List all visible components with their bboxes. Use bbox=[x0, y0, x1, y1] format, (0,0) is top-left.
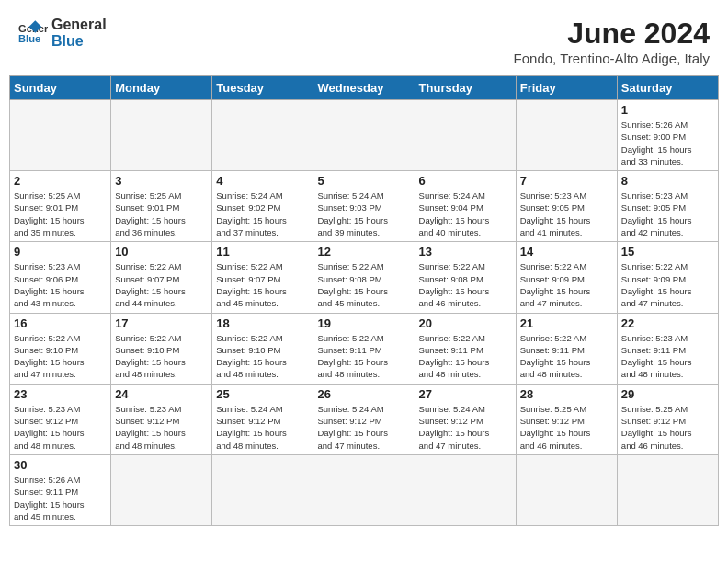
day-number: 5 bbox=[317, 174, 410, 188]
day-info: Sunrise: 5:22 AM Sunset: 9:11 PM Dayligh… bbox=[317, 332, 410, 381]
day-info: Sunrise: 5:24 AM Sunset: 9:04 PM Dayligh… bbox=[419, 190, 512, 238]
day-info: Sunrise: 5:24 AM Sunset: 9:12 PM Dayligh… bbox=[216, 403, 309, 452]
day-info: Sunrise: 5:22 AM Sunset: 9:09 PM Dayligh… bbox=[621, 260, 714, 309]
calendar-week-row: 30Sunrise: 5:26 AM Sunset: 9:11 PM Dayli… bbox=[10, 454, 719, 525]
day-info: Sunrise: 5:25 AM Sunset: 9:01 PM Dayligh… bbox=[115, 190, 208, 238]
logo-general-text: General bbox=[51, 17, 107, 33]
day-number: 2 bbox=[14, 174, 107, 188]
calendar-cell bbox=[516, 454, 617, 525]
day-info: Sunrise: 5:23 AM Sunset: 9:12 PM Dayligh… bbox=[14, 403, 107, 452]
calendar-cell: 9Sunrise: 5:23 AM Sunset: 9:06 PM Daylig… bbox=[10, 242, 111, 313]
day-info: Sunrise: 5:22 AM Sunset: 9:11 PM Dayligh… bbox=[520, 332, 613, 381]
calendar-cell: 16Sunrise: 5:22 AM Sunset: 9:10 PM Dayli… bbox=[10, 313, 111, 384]
header: General Blue General Blue June 2024 Fond… bbox=[9, 9, 719, 72]
day-number: 13 bbox=[419, 245, 512, 259]
calendar-cell: 10Sunrise: 5:22 AM Sunset: 9:07 PM Dayli… bbox=[111, 242, 212, 313]
day-number: 4 bbox=[216, 174, 309, 188]
logo-blue-text: Blue bbox=[51, 33, 107, 50]
calendar-cell: 29Sunrise: 5:25 AM Sunset: 9:12 PM Dayli… bbox=[617, 384, 718, 454]
day-info: Sunrise: 5:23 AM Sunset: 9:06 PM Dayligh… bbox=[14, 260, 107, 309]
calendar-table: SundayMondayTuesdayWednesdayThursdayFrid… bbox=[9, 75, 719, 526]
day-number: 26 bbox=[317, 387, 410, 401]
day-number: 1 bbox=[621, 103, 714, 117]
day-number: 30 bbox=[14, 458, 107, 472]
day-number: 8 bbox=[621, 174, 714, 188]
day-info: Sunrise: 5:22 AM Sunset: 9:08 PM Dayligh… bbox=[317, 260, 410, 309]
day-number: 18 bbox=[216, 316, 309, 330]
calendar-cell: 7Sunrise: 5:23 AM Sunset: 9:05 PM Daylig… bbox=[516, 171, 617, 242]
day-info: Sunrise: 5:24 AM Sunset: 9:12 PM Dayligh… bbox=[317, 403, 410, 452]
calendar-cell: 19Sunrise: 5:22 AM Sunset: 9:11 PM Dayli… bbox=[313, 313, 415, 384]
day-number: 21 bbox=[520, 316, 613, 330]
calendar-cell: 24Sunrise: 5:23 AM Sunset: 9:12 PM Dayli… bbox=[111, 384, 212, 454]
calendar-cell: 1Sunrise: 5:26 AM Sunset: 9:00 PM Daylig… bbox=[617, 100, 718, 171]
day-info: Sunrise: 5:22 AM Sunset: 9:11 PM Dayligh… bbox=[419, 332, 512, 381]
weekday-header-tuesday: Tuesday bbox=[212, 76, 313, 100]
calendar-cell bbox=[212, 100, 313, 171]
day-number: 29 bbox=[621, 387, 714, 401]
weekday-header-monday: Monday bbox=[111, 76, 212, 100]
day-number: 23 bbox=[14, 387, 107, 401]
day-info: Sunrise: 5:26 AM Sunset: 9:11 PM Dayligh… bbox=[14, 474, 107, 523]
calendar-cell: 3Sunrise: 5:25 AM Sunset: 9:01 PM Daylig… bbox=[111, 171, 212, 242]
calendar-cell: 14Sunrise: 5:22 AM Sunset: 9:09 PM Dayli… bbox=[516, 242, 617, 313]
day-info: Sunrise: 5:24 AM Sunset: 9:03 PM Dayligh… bbox=[317, 190, 410, 238]
day-number: 17 bbox=[115, 316, 208, 330]
day-number: 6 bbox=[419, 174, 512, 188]
day-info: Sunrise: 5:25 AM Sunset: 9:12 PM Dayligh… bbox=[621, 403, 714, 452]
calendar-cell: 21Sunrise: 5:22 AM Sunset: 9:11 PM Dayli… bbox=[516, 313, 617, 384]
day-info: Sunrise: 5:25 AM Sunset: 9:12 PM Dayligh… bbox=[520, 403, 613, 452]
day-number: 3 bbox=[115, 174, 208, 188]
title-area: June 2024 Fondo, Trentino-Alto Adige, It… bbox=[514, 17, 710, 66]
day-number: 16 bbox=[14, 316, 107, 330]
calendar-cell: 15Sunrise: 5:22 AM Sunset: 9:09 PM Dayli… bbox=[617, 242, 718, 313]
day-info: Sunrise: 5:23 AM Sunset: 9:05 PM Dayligh… bbox=[621, 190, 714, 238]
calendar-cell: 17Sunrise: 5:22 AM Sunset: 9:10 PM Dayli… bbox=[111, 313, 212, 384]
calendar-cell: 18Sunrise: 5:22 AM Sunset: 9:10 PM Dayli… bbox=[212, 313, 313, 384]
calendar-cell bbox=[111, 100, 212, 171]
calendar-cell bbox=[516, 100, 617, 171]
day-info: Sunrise: 5:22 AM Sunset: 9:09 PM Dayligh… bbox=[520, 260, 613, 309]
calendar-cell: 5Sunrise: 5:24 AM Sunset: 9:03 PM Daylig… bbox=[313, 171, 415, 242]
weekday-header-saturday: Saturday bbox=[617, 76, 718, 100]
calendar-week-row: 1Sunrise: 5:26 AM Sunset: 9:00 PM Daylig… bbox=[10, 100, 719, 171]
page-subtitle: Fondo, Trentino-Alto Adige, Italy bbox=[514, 51, 710, 66]
calendar-cell bbox=[111, 454, 212, 525]
calendar-cell: 27Sunrise: 5:24 AM Sunset: 9:12 PM Dayli… bbox=[415, 384, 516, 454]
calendar-cell: 11Sunrise: 5:22 AM Sunset: 9:07 PM Dayli… bbox=[212, 242, 313, 313]
day-info: Sunrise: 5:23 AM Sunset: 9:12 PM Dayligh… bbox=[115, 403, 208, 452]
calendar-week-row: 9Sunrise: 5:23 AM Sunset: 9:06 PM Daylig… bbox=[10, 242, 719, 313]
calendar-cell bbox=[617, 454, 718, 525]
day-info: Sunrise: 5:23 AM Sunset: 9:11 PM Dayligh… bbox=[621, 332, 714, 381]
calendar-cell: 25Sunrise: 5:24 AM Sunset: 9:12 PM Dayli… bbox=[212, 384, 313, 454]
calendar-cell bbox=[10, 100, 111, 171]
day-number: 9 bbox=[14, 245, 107, 259]
day-info: Sunrise: 5:22 AM Sunset: 9:07 PM Dayligh… bbox=[115, 260, 208, 309]
day-number: 27 bbox=[419, 387, 512, 401]
day-info: Sunrise: 5:26 AM Sunset: 9:00 PM Dayligh… bbox=[621, 119, 714, 167]
calendar-cell: 4Sunrise: 5:24 AM Sunset: 9:02 PM Daylig… bbox=[212, 171, 313, 242]
calendar-cell: 23Sunrise: 5:23 AM Sunset: 9:12 PM Dayli… bbox=[10, 384, 111, 454]
day-info: Sunrise: 5:25 AM Sunset: 9:01 PM Dayligh… bbox=[14, 190, 107, 238]
day-info: Sunrise: 5:22 AM Sunset: 9:10 PM Dayligh… bbox=[115, 332, 208, 381]
calendar-cell: 28Sunrise: 5:25 AM Sunset: 9:12 PM Dayli… bbox=[516, 384, 617, 454]
calendar-cell: 6Sunrise: 5:24 AM Sunset: 9:04 PM Daylig… bbox=[415, 171, 516, 242]
weekday-header-sunday: Sunday bbox=[10, 76, 111, 100]
day-number: 14 bbox=[520, 245, 613, 259]
day-number: 12 bbox=[317, 245, 410, 259]
svg-text:Blue: Blue bbox=[18, 33, 40, 44]
weekday-header-thursday: Thursday bbox=[415, 76, 516, 100]
calendar-cell bbox=[313, 100, 415, 171]
calendar-week-row: 23Sunrise: 5:23 AM Sunset: 9:12 PM Dayli… bbox=[10, 384, 719, 454]
calendar-cell: 2Sunrise: 5:25 AM Sunset: 9:01 PM Daylig… bbox=[10, 171, 111, 242]
day-number: 10 bbox=[115, 245, 208, 259]
day-number: 20 bbox=[419, 316, 512, 330]
calendar-cell: 22Sunrise: 5:23 AM Sunset: 9:11 PM Dayli… bbox=[617, 313, 718, 384]
calendar-cell: 26Sunrise: 5:24 AM Sunset: 9:12 PM Dayli… bbox=[313, 384, 415, 454]
day-number: 7 bbox=[520, 174, 613, 188]
day-number: 11 bbox=[216, 245, 309, 259]
day-info: Sunrise: 5:22 AM Sunset: 9:07 PM Dayligh… bbox=[216, 260, 309, 309]
day-number: 25 bbox=[216, 387, 309, 401]
weekday-header-friday: Friday bbox=[516, 76, 617, 100]
day-number: 22 bbox=[621, 316, 714, 330]
